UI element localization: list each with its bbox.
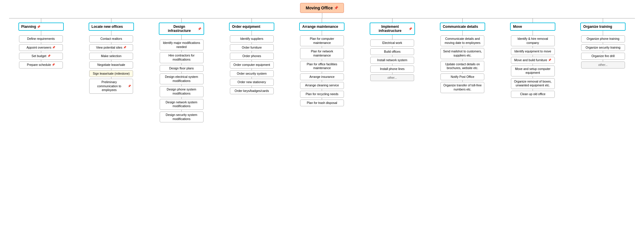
item-label[interactable]: Design floor plans — [160, 65, 204, 72]
item-pin-icon: 📌 — [128, 85, 131, 88]
item-label[interactable]: Arrange cleaning service — [300, 82, 344, 89]
item-label[interactable]: Organize removal of boxes, unwanted equi… — [511, 78, 555, 89]
item-label[interactable]: Communicate details and moving date to e… — [440, 35, 484, 46]
category-arrange[interactable]: Arrange maintenance — [299, 23, 345, 31]
item-label[interactable]: Contact realtors — [89, 35, 133, 42]
item-label[interactable]: Order phones — [230, 53, 274, 60]
item-label[interactable]: other... — [581, 61, 625, 69]
item-label[interactable]: Identify major modifications needed — [160, 40, 204, 50]
list-item[interactable]: Appoint overseers📌 — [19, 44, 63, 51]
diagram: Moving Office 📌 Planning📌Define requirem… — [0, 0, 644, 231]
item-wrapper: Clean up old office — [510, 89, 555, 98]
item-label[interactable]: Identify suppliers — [230, 35, 274, 42]
list-item[interactable]: Preliminary communication to employees📌 — [89, 79, 133, 94]
item-label[interactable]: Plan for trash disposal — [300, 100, 344, 107]
item-label[interactable]: Identify equipment to move — [511, 48, 555, 55]
item-label[interactable]: Plan for recycling needs — [300, 91, 344, 98]
item-label: Preliminary communication to employees — [91, 80, 127, 92]
item-label[interactable]: Plan for office facilities maintenance — [300, 61, 344, 72]
item-wrapper: Organize fire drill — [580, 51, 626, 60]
category-implement[interactable]: Implement infrastructure📌 — [370, 23, 415, 35]
category-label: Planning — [21, 25, 36, 29]
item-label[interactable]: Design network system modifications — [160, 99, 204, 110]
item-label[interactable]: Order keys/badges/cards — [230, 88, 274, 95]
item-label[interactable]: Identify & hire removal company — [511, 35, 555, 46]
item-label[interactable]: Arrange insurance — [300, 73, 344, 81]
item-wrapper: other... — [370, 73, 415, 81]
item-wrapper: Organize phone training — [580, 34, 626, 42]
item-label[interactable]: Organize security training — [581, 44, 625, 51]
column-locate: Locate new officesContact realtorsView p… — [76, 18, 146, 94]
category-planning[interactable]: Planning📌 — [18, 23, 64, 31]
item-label[interactable]: Clean up old office — [511, 91, 555, 98]
column-training: Organize trainingOrganize phone training… — [568, 18, 638, 69]
list-item[interactable]: View potential sites📌 — [89, 44, 133, 51]
column-connector-up — [462, 18, 463, 23]
item-label[interactable]: Update contact details on brochures, web… — [440, 61, 484, 72]
category-move[interactable]: Move — [510, 23, 555, 31]
item-label[interactable]: Order computer equipment — [230, 61, 274, 69]
item-label[interactable]: Organize phone training — [581, 35, 625, 42]
item-label[interactable]: Design security system modifications — [160, 112, 204, 122]
item-label[interactable]: Organize fire drill — [581, 53, 625, 60]
item-wrapper: Identify suppliers — [229, 34, 274, 42]
item-pin-icon: 📌 — [47, 54, 51, 58]
item-label[interactable]: Design phone system modifications — [160, 86, 204, 97]
item-label[interactable]: Install phone lines — [370, 66, 414, 73]
column-connector-up — [603, 18, 603, 23]
item-label[interactable]: Make selection — [89, 53, 133, 60]
item-wrapper: Set budget📌 — [18, 51, 64, 60]
column-connector-down — [181, 35, 182, 38]
item-wrapper: Plan for trash disposal — [299, 98, 345, 107]
column-connector-down — [41, 31, 41, 34]
category-label: Locate new offices — [92, 25, 123, 29]
column-connector-down — [322, 31, 322, 34]
item-wrapper: Arrange insurance — [299, 72, 345, 81]
item-label[interactable]: Order new stationery — [230, 79, 274, 86]
item-label[interactable]: other... — [370, 74, 414, 81]
pin-icon: 📌 — [198, 27, 201, 30]
item-wrapper: Define requirements — [18, 34, 64, 42]
item-label[interactable]: Sign lease/sale (milestone) — [89, 70, 133, 77]
item-connector — [252, 86, 252, 88]
item-connector — [533, 64, 533, 66]
item-wrapper: Order computer equipment — [229, 60, 274, 69]
item-label[interactable]: Electrical work — [370, 40, 414, 47]
item-label[interactable]: Install network system — [370, 57, 414, 64]
item-label[interactable]: Design electrical system modifications — [160, 73, 204, 84]
item-label[interactable]: Order security system — [230, 70, 274, 77]
item-wrapper: other... — [580, 60, 626, 69]
item-label: Appoint overseers — [27, 46, 51, 50]
category-order[interactable]: Order equipment — [229, 23, 274, 31]
category-design[interactable]: Design infrastructure📌 — [159, 23, 204, 35]
category-training[interactable]: Organize training — [580, 23, 626, 31]
item-label[interactable]: Send mailshot to customers, suppliers et… — [440, 48, 484, 59]
column-connector-down — [603, 31, 603, 34]
list-item[interactable]: Move and build furniture📌 — [511, 57, 555, 64]
item-label[interactable]: Organize transfer of toll-free numbers e… — [440, 82, 484, 93]
column-connector-down — [111, 31, 111, 34]
item-wrapper: View potential sites📌 — [89, 42, 134, 51]
item-label[interactable]: Notify Post Office — [440, 73, 484, 81]
list-item[interactable]: Set budget📌 — [19, 53, 63, 60]
list-item[interactable]: Prepare schedule📌 — [19, 61, 63, 69]
category-communicate[interactable]: Communicate details — [440, 23, 485, 31]
item-connector — [462, 59, 463, 61]
item-label[interactable]: Plan for network maintenance — [300, 48, 344, 59]
item-label[interactable]: Negotiate lease/sale — [89, 61, 133, 69]
columns-row: Planning📌Define requirementsAppoint over… — [3, 18, 641, 122]
item-label[interactable]: Order furniture — [230, 44, 274, 51]
item-connector — [252, 42, 252, 44]
item-label[interactable]: Plan for computer maintenance — [300, 35, 344, 46]
item-connector — [181, 97, 182, 99]
category-label: Organize training — [583, 25, 612, 29]
item-label[interactable]: Define requirements — [19, 35, 63, 42]
category-label: Design infrastructure — [162, 25, 197, 33]
item-label[interactable]: Hire contractors for modifications — [160, 52, 204, 63]
root-node[interactable]: Moving Office 📌 — [300, 3, 344, 13]
item-wrapper: Move and build furniture📌 — [510, 55, 555, 64]
item-label[interactable]: Move and setup computer equipment — [511, 66, 555, 76]
category-locate[interactable]: Locate new offices — [89, 23, 134, 31]
column-planning: Planning📌Define requirementsAppoint over… — [6, 18, 76, 69]
item-label[interactable]: Build offices — [370, 48, 414, 55]
